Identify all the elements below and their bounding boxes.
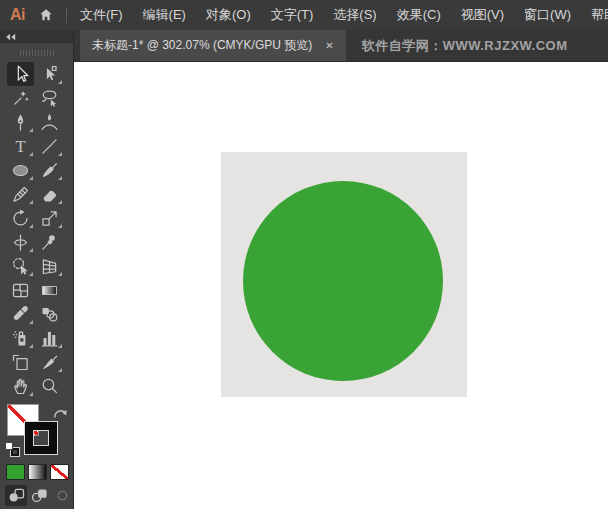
paintbrush-tool[interactable] [36, 158, 63, 182]
home-house-glyph [38, 7, 54, 23]
blend-icon [39, 304, 60, 325]
magic-wand-tool[interactable] [7, 86, 34, 110]
column-graph-icon [39, 328, 60, 349]
direct-selection-tool[interactable] [36, 62, 63, 86]
home-icon[interactable] [38, 7, 54, 23]
document-tab-label: 未标题-1* @ 302.07% (CMYK/GPU 预览) [92, 37, 312, 54]
puppet-warp-tool[interactable] [36, 230, 63, 254]
default-fill-stroke-icon[interactable] [5, 442, 19, 456]
puppet-warp-icon [39, 232, 60, 253]
lasso-icon [39, 88, 60, 109]
zoom-icon [39, 376, 60, 397]
menubar-divider-left [66, 7, 67, 23]
stroke-swatch[interactable] [25, 422, 57, 454]
ellipse-icon [10, 160, 31, 181]
direct-selection-icon [39, 64, 60, 85]
lasso-tool[interactable] [36, 86, 63, 110]
hand-icon [10, 376, 31, 397]
type-icon: T [10, 136, 31, 157]
menu-view[interactable]: 视图(V) [451, 0, 514, 30]
magic-wand-icon [10, 88, 31, 109]
rotate-icon [10, 208, 31, 229]
menu-help[interactable]: 帮助(H) [581, 0, 608, 30]
perspective-grid-tool[interactable] [36, 254, 63, 278]
swap-fill-stroke-icon[interactable] [53, 406, 68, 419]
scale-icon [39, 208, 60, 229]
drawing-mode-buttons [0, 485, 73, 506]
curvature-pen-tool[interactable] [36, 110, 63, 134]
tab-close-icon[interactable]: ✕ [325, 40, 333, 51]
eyedropper-icon [10, 304, 31, 325]
work-area: 未标题-1* @ 302.07% (CMYK/GPU 预览) ✕ 软件自学网：W… [74, 30, 608, 509]
fill-color-button[interactable] [6, 464, 25, 480]
artboard-icon [10, 352, 31, 373]
perspective-grid-icon [39, 256, 60, 277]
draw-inside-button[interactable] [51, 485, 73, 506]
hand-tool[interactable] [7, 374, 34, 398]
pen-icon [10, 112, 31, 133]
artboard [221, 152, 467, 397]
svg-text:T: T [15, 136, 25, 155]
selection-tool[interactable] [7, 62, 34, 86]
toolbar-collapse-button[interactable] [0, 30, 73, 44]
default-fill-glyph [5, 442, 13, 450]
artboard-tool[interactable] [7, 350, 34, 374]
gradient-tool[interactable] [36, 278, 63, 302]
line-segment-tool[interactable] [36, 134, 63, 158]
shape-builder-tool[interactable] [7, 254, 34, 278]
gradient-button[interactable] [28, 464, 47, 480]
gradient-icon [39, 280, 60, 301]
menu-window[interactable]: 窗口(W) [514, 0, 581, 30]
scale-tool[interactable] [36, 206, 63, 230]
illustrator-window: Ai 文件(F)编辑(E)对象(O)文字(T)选择(S)效果(C)视图(V)窗口… [0, 0, 608, 509]
zoom-tool[interactable] [36, 374, 63, 398]
slice-icon [39, 352, 60, 373]
column-graph-tool[interactable] [36, 326, 63, 350]
menu-effect[interactable]: 效果(C) [387, 0, 451, 30]
paintbrush-icon [39, 160, 60, 181]
toolbar-grip[interactable] [0, 44, 73, 62]
eraser-icon [39, 184, 60, 205]
symbol-sprayer-tool[interactable] [7, 326, 34, 350]
canvas[interactable] [74, 62, 608, 509]
ellipse-tool[interactable] [7, 158, 34, 182]
mesh-icon [10, 280, 31, 301]
grip-dots [20, 50, 54, 56]
menu-type[interactable]: 文字(T) [261, 0, 324, 30]
symbol-sprayer-icon [10, 328, 31, 349]
shaper-pencil-icon [10, 184, 31, 205]
draw-inside-icon [54, 488, 71, 503]
menu-select[interactable]: 选择(S) [323, 0, 386, 30]
toolbar-panel: T [0, 30, 74, 509]
width-icon [10, 232, 31, 253]
menu-object[interactable]: 对象(O) [196, 0, 261, 30]
app-body: T 未标题-1* @ 302.07% (CMYK/GPU 预览) [0, 30, 608, 509]
eyedropper-tool[interactable] [7, 302, 34, 326]
color-buttons [0, 464, 73, 480]
collapse-double-arrow-icon [5, 33, 16, 41]
green-circle[interactable] [243, 181, 443, 381]
type-tool[interactable]: T [7, 134, 34, 158]
width-tool[interactable] [7, 230, 34, 254]
none-button[interactable] [50, 464, 69, 480]
tool-grid: T [0, 62, 73, 398]
fill-stroke-indicator [0, 402, 73, 458]
slice-tool[interactable] [36, 350, 63, 374]
menu-file[interactable]: 文件(F) [70, 0, 133, 30]
eraser-tool[interactable] [36, 182, 63, 206]
draw-normal-button[interactable] [5, 485, 27, 506]
line-segment-icon [39, 136, 60, 157]
shaper-pencil-tool[interactable] [7, 182, 34, 206]
mesh-tool[interactable] [7, 278, 34, 302]
document-tab[interactable]: 未标题-1* @ 302.07% (CMYK/GPU 预览) ✕ [80, 30, 346, 61]
main-menu: 文件(F)编辑(E)对象(O)文字(T)选择(S)效果(C)视图(V)窗口(W)… [70, 0, 608, 30]
pen-tool[interactable] [7, 110, 34, 134]
draw-behind-button[interactable] [28, 485, 50, 506]
selection-icon [10, 64, 31, 85]
rotate-tool[interactable] [7, 206, 34, 230]
menu-edit[interactable]: 编辑(E) [133, 0, 196, 30]
curvature-pen-icon [39, 112, 60, 133]
menu-bar: Ai 文件(F)编辑(E)对象(O)文字(T)选择(S)效果(C)视图(V)窗口… [0, 0, 608, 30]
blend-tool[interactable] [36, 302, 63, 326]
tab-bar: 未标题-1* @ 302.07% (CMYK/GPU 预览) ✕ 软件自学网：W… [74, 30, 608, 62]
